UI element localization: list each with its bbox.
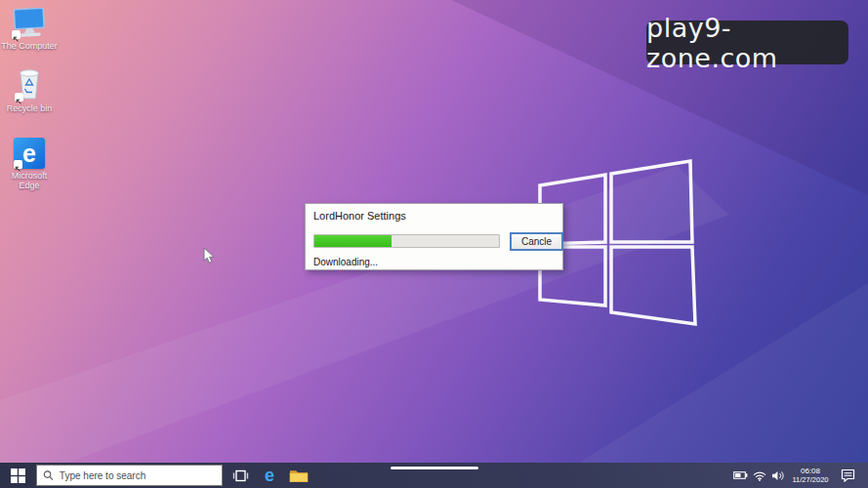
cancel-button[interactable]: Cancle (510, 232, 563, 251)
desktop-icon-label: Microsoft Edge (1, 171, 58, 190)
volume-tray-button[interactable] (769, 463, 787, 488)
wifi-icon (753, 470, 766, 481)
video-scrubber-line (391, 467, 478, 469)
download-status-text: Downloading... (313, 257, 378, 267)
wifi-tray-button[interactable] (751, 463, 768, 488)
task-view-icon (232, 468, 249, 483)
desktop-icon-microsoft-edge[interactable]: e Microsoft Edge (1, 136, 58, 190)
desktop-icon-label: Recycle bin (7, 103, 53, 113)
action-center-button[interactable] (836, 463, 859, 488)
file-explorer-button[interactable] (285, 463, 312, 488)
start-button[interactable] (0, 463, 36, 488)
watermark-badge: play9-zone.com (646, 20, 848, 64)
installer-dialog: LordHonor Settings Cancle Downloading... (305, 203, 563, 270)
taskbar-search[interactable] (36, 465, 223, 486)
mouse-cursor (203, 247, 216, 264)
clock-date: 11/27/2020 (793, 475, 829, 484)
taskbar-clock[interactable]: 06:08 11/27/2020 (787, 463, 834, 488)
search-input[interactable] (60, 470, 216, 481)
dialog-title: LordHonor Settings (313, 210, 406, 222)
shortcut-arrow-icon (15, 93, 23, 102)
search-icon (43, 469, 54, 481)
desktop-icon-recycle-bin[interactable]: Recycle bin (1, 64, 58, 113)
task-view-button[interactable] (227, 463, 254, 488)
action-center-icon (841, 468, 855, 482)
progress-fill (314, 235, 392, 247)
edge-icon: e (265, 466, 274, 486)
windows-start-icon (11, 468, 25, 483)
progress-bar (313, 234, 500, 248)
edge-taskbar-button[interactable]: e (256, 463, 283, 488)
battery-tray-button[interactable] (731, 463, 749, 488)
taskbar: e (0, 463, 868, 488)
folder-icon (289, 468, 309, 483)
shortcut-arrow-icon (14, 160, 22, 169)
watermark-text: play9-zone.com (646, 13, 848, 73)
edge-glyph: e (22, 139, 36, 168)
desktop: play9-zone.com The Computer (0, 0, 868, 488)
desktop-icon-this-computer[interactable]: The Computer (1, 6, 58, 51)
clock-time: 06:08 (801, 467, 820, 475)
volume-icon (771, 470, 785, 481)
battery-icon (733, 470, 748, 480)
desktop-icon-label: The Computer (1, 41, 58, 51)
shortcut-arrow-icon (12, 30, 21, 39)
